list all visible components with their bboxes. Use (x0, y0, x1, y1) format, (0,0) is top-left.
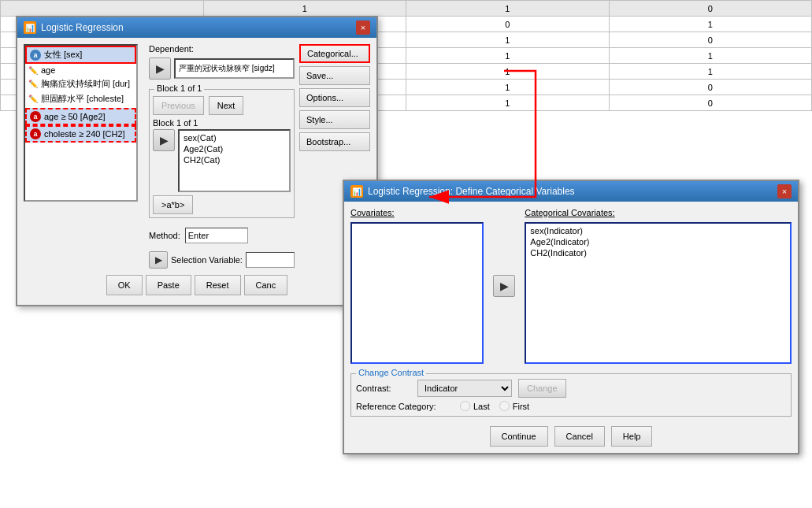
cancel-button[interactable]: Canc (244, 275, 288, 295)
method-input[interactable] (185, 228, 248, 243)
covariates-label: Covariates: (350, 208, 484, 217)
reset-button[interactable]: Reset (195, 275, 241, 295)
cat-icon: a (30, 50, 41, 61)
block-inner-label: Block 1 of 1 (153, 118, 291, 128)
list-item: CH2(Indicator) (528, 247, 788, 258)
method-row: Method: (149, 228, 295, 243)
save-button[interactable]: Save... (299, 66, 370, 85)
prev-next-row: Previous Next (153, 96, 291, 115)
covariates-panel: Covariates: (350, 208, 484, 364)
sel-var-label: Selection Variable: (171, 255, 243, 265)
change-button[interactable]: Change (518, 379, 566, 398)
change-contrast-section: Change Contrast Contrast: Indicator Simp… (350, 373, 792, 417)
change-contrast-label: Change Contrast (356, 368, 426, 377)
first-radio[interactable] (499, 401, 510, 411)
logistic-regression-dialog: 📊 Logistic Regression × a 女性 [sex] ✏️ ag… (16, 16, 378, 306)
cat2-icon: a (30, 128, 41, 139)
scale-icon: ✏️ (28, 95, 38, 103)
sel-var-box[interactable] (246, 252, 295, 268)
var-label: choleste ≥ 240 [CH2] (44, 129, 125, 139)
ref-category-label: Reference Category: (356, 402, 450, 411)
cat-covariates-panel: Categorical Covariates: sex(Indicator) A… (525, 208, 792, 364)
close-button[interactable]: × (356, 20, 370, 35)
titlebar-left: 📊 Logistic Regression (24, 21, 124, 34)
dependent-box: 严重的冠状动脉狭窄 [sigdz] (174, 58, 295, 79)
col-header-2: 1 (406, 1, 610, 17)
style-button[interactable]: Style... (299, 110, 370, 129)
last-radio[interactable] (460, 401, 470, 411)
cat-dialog-icon: 📊 (350, 185, 363, 198)
col-header-3: 0 (609, 1, 812, 17)
scale-icon: ✏️ (28, 80, 38, 88)
list-item[interactable]: ✏️ age (25, 64, 136, 76)
cat2-icon: a (30, 111, 41, 122)
list-item: sex(Cat) (181, 132, 287, 143)
variable-listbox[interactable]: a 女性 [sex] ✏️ age ✏️ 胸痛症状持续时间 [dur] ✏️ 胆… (24, 44, 138, 202)
block-section: Block 1 of 1 Previous Next Block 1 of 1 … (149, 89, 295, 218)
block-label: Block 1 of 1 (154, 83, 204, 93)
cat-dialog-title: Logistic Regression: Define Categorical … (368, 186, 575, 197)
var-label: age ≥ 50 [Age2] (44, 112, 106, 121)
bootstrap-button[interactable]: Bootstrap... (299, 132, 370, 151)
var-label: 女性 [sex] (44, 49, 82, 61)
help-button[interactable]: Help (611, 426, 653, 447)
first-label: First (513, 402, 529, 411)
list-item: CH2(Cat) (181, 154, 287, 165)
paste-button[interactable]: Paste (146, 275, 191, 295)
dep-value: 严重的冠状动脉狭窄 [sigdz] (179, 63, 275, 74)
cat-close-button[interactable]: × (777, 184, 792, 198)
list-item[interactable]: ✏️ 胆固醇水平 [choleste] (25, 91, 136, 106)
dialog-titlebar: 📊 Logistic Regression × (17, 17, 376, 38)
covariates-listbox[interactable] (350, 222, 484, 364)
cat-cancel-button[interactable]: Cancel (554, 426, 605, 447)
dependent-label: Dependent: (149, 44, 295, 54)
list-item: Age2(Indicator) (528, 236, 788, 247)
cat-dialog-titlebar: 📊 Logistic Regression: Define Categorica… (344, 181, 798, 202)
selection-var-row: ▶ Selection Variable: (149, 251, 295, 269)
dep-arrow-button[interactable]: ▶ (149, 57, 171, 80)
last-radio-label[interactable]: Last (460, 401, 490, 411)
ref-cat-row: Reference Category: Last First (356, 401, 786, 411)
scale-icon: ✏️ (28, 66, 38, 75)
next-button[interactable]: Next (209, 96, 244, 115)
cat-dialog-body: Covariates: ▶ Categorical Covariates: se… (344, 202, 798, 370)
options-button[interactable]: Options... (299, 88, 370, 107)
cat-titlebar-left: 📊 Logistic Regression: Define Categorica… (350, 185, 575, 198)
list-item: sex(Indicator) (528, 225, 788, 236)
contrast-select[interactable]: Indicator Simple Difference Helmert Repe… (417, 380, 512, 397)
ok-button[interactable]: OK (106, 275, 143, 295)
last-label: Last (473, 402, 490, 411)
previous-button[interactable]: Previous (153, 96, 204, 115)
covariate-listbox[interactable]: sex(Cat) Age2(Cat) CH2(Cat) (178, 129, 291, 192)
list-item[interactable]: a age ≥ 50 [Age2] (25, 108, 136, 125)
var-label: age (41, 65, 55, 75)
contrast-label: Contrast: (356, 384, 411, 393)
cat-dialog-buttons: Continue Cancel Help (344, 420, 798, 453)
dialog-body: a 女性 [sex] ✏️ age ✏️ 胸痛症状持续时间 [dur] ✏️ 胆… (17, 38, 376, 305)
categorical-button[interactable]: Categorical... (299, 44, 370, 63)
define-categorical-dialog: 📊 Logistic Regression: Define Categorica… (343, 180, 799, 454)
middle-arrow-col: ▶ (490, 208, 518, 364)
method-label: Method: (149, 231, 180, 240)
dialog-icon: 📊 (24, 21, 36, 34)
list-item[interactable]: ✏️ 胸痛症状持续时间 [dur] (25, 76, 136, 91)
dialog-title: Logistic Regression (41, 22, 124, 33)
cov-arrow-button[interactable]: ▶ (153, 129, 175, 151)
list-item[interactable]: a 女性 [sex] (25, 46, 136, 64)
list-item[interactable]: a choleste ≥ 240 [CH2] (25, 125, 136, 143)
ab-button[interactable]: >a*b> (153, 195, 193, 214)
first-radio-label[interactable]: First (499, 401, 529, 411)
col-header (1, 1, 204, 17)
sel-arrow-button[interactable]: ▶ (149, 251, 168, 269)
cat-covariates-listbox[interactable]: sex(Indicator) Age2(Indicator) CH2(Indic… (525, 222, 792, 364)
continue-button[interactable]: Continue (490, 426, 548, 447)
var-label: 胸痛症状持续时间 [dur] (41, 78, 130, 90)
list-item: Age2(Cat) (181, 143, 287, 154)
cat-arrow-button[interactable]: ▶ (493, 275, 515, 297)
bottom-buttons: OK Paste Reset Canc (24, 270, 370, 298)
var-label: 胆固醇水平 [choleste] (41, 93, 124, 105)
cat-covariates-label: Categorical Covariates: (525, 208, 792, 217)
dep-row: ▶ 严重的冠状动脉狭窄 [sigdz] (149, 57, 295, 80)
col-header-1: 1 (203, 1, 406, 17)
contrast-row: Contrast: Indicator Simple Difference He… (356, 379, 786, 398)
